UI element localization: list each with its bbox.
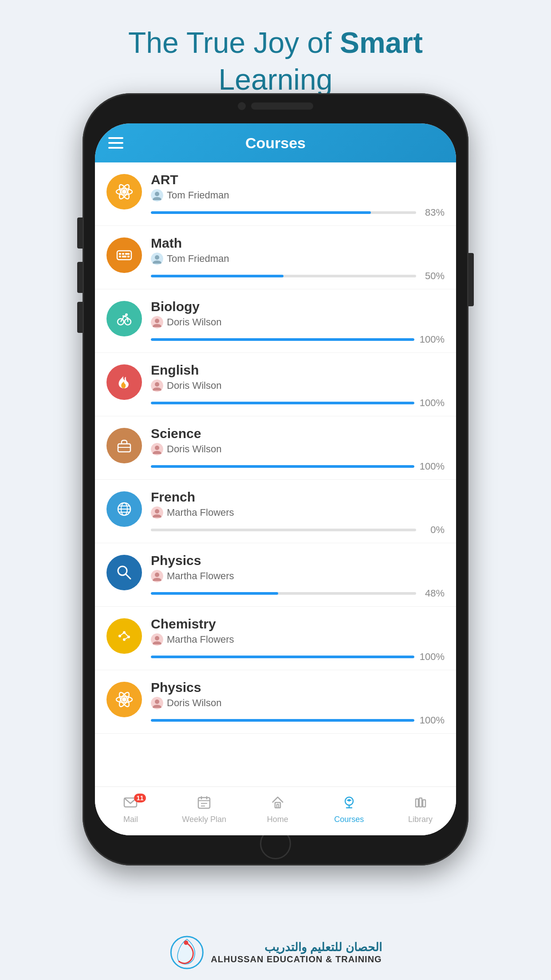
nav-icon bbox=[342, 795, 356, 813]
course-icon bbox=[106, 555, 142, 590]
teacher-name: Tom Friedman bbox=[167, 253, 229, 265]
nav-icon bbox=[413, 795, 428, 813]
svg-point-5 bbox=[155, 192, 159, 196]
progress-bar-fill bbox=[151, 656, 414, 658]
course-info: Physics Martha Flowers 48% bbox=[151, 553, 445, 599]
course-icon bbox=[106, 174, 142, 209]
course-teacher: Martha Flowers bbox=[151, 633, 445, 646]
svg-point-69 bbox=[184, 940, 188, 945]
progress-percent: 48% bbox=[421, 588, 445, 599]
teacher-name: Doris Wilson bbox=[167, 697, 221, 709]
svg-rect-7 bbox=[119, 253, 121, 255]
course-icon bbox=[106, 237, 142, 273]
svg-point-33 bbox=[155, 509, 159, 514]
svg-rect-65 bbox=[416, 799, 418, 807]
svg-rect-9 bbox=[125, 253, 127, 255]
teacher-avatar bbox=[151, 189, 163, 202]
progress-bar-bg bbox=[151, 402, 414, 404]
teacher-name: Doris Wilson bbox=[167, 443, 221, 455]
svg-line-42 bbox=[120, 632, 124, 636]
teacher-avatar bbox=[151, 316, 163, 328]
progress-bar-fill bbox=[151, 465, 414, 468]
course-item[interactable]: Biology Doris Wilson 100% bbox=[95, 289, 456, 353]
svg-point-52 bbox=[155, 699, 159, 704]
course-info: Biology Doris Wilson 100% bbox=[151, 299, 445, 345]
teacher-avatar bbox=[151, 506, 163, 519]
course-item[interactable]: ART Tom Friedman 83% bbox=[95, 162, 456, 226]
course-item[interactable]: Chemistry Martha Flowers 100% bbox=[95, 607, 456, 670]
front-camera bbox=[238, 102, 246, 110]
progress-percent: 100% bbox=[420, 461, 445, 472]
nav-label: Weekly Plan bbox=[182, 815, 226, 824]
app-header: Courses bbox=[95, 123, 456, 162]
course-name: Biology bbox=[151, 299, 445, 314]
nav-item-home[interactable]: Home bbox=[258, 795, 298, 824]
page-headline: The True Joy of Smart Learning bbox=[35, 24, 516, 98]
progress-bar-fill bbox=[151, 592, 278, 595]
course-name: Chemistry bbox=[151, 616, 445, 632]
course-item[interactable]: Science Doris Wilson 100% bbox=[95, 416, 456, 480]
app-title: Courses bbox=[132, 134, 419, 152]
teacher-avatar bbox=[151, 633, 163, 646]
course-info: French Martha Flowers 0% bbox=[151, 490, 445, 536]
course-item[interactable]: Math Tom Friedman 50% bbox=[95, 226, 456, 289]
svg-rect-8 bbox=[122, 253, 124, 255]
teacher-name: Tom Friedman bbox=[167, 190, 229, 201]
nav-label: Home bbox=[267, 815, 288, 824]
course-info: ART Tom Friedman 83% bbox=[151, 172, 445, 218]
nav-item-mail[interactable]: 11 Mail bbox=[110, 795, 150, 824]
course-teacher: Doris Wilson bbox=[151, 316, 445, 328]
course-list: ART Tom Friedman 83% Math Tom Friedman bbox=[95, 162, 456, 786]
teacher-name: Martha Flowers bbox=[167, 634, 234, 645]
nav-item-weekly-plan[interactable]: Weekly Plan bbox=[182, 795, 226, 824]
nav-icon bbox=[197, 795, 211, 813]
nav-icon bbox=[271, 795, 285, 813]
bottom-nav: 11 Mail Weekly Plan Home Courses Library bbox=[95, 786, 456, 835]
svg-point-15 bbox=[155, 255, 159, 260]
course-icon bbox=[106, 618, 142, 654]
course-info: Physics Doris Wilson 100% bbox=[151, 680, 445, 726]
course-item[interactable]: Physics Doris Wilson 100% bbox=[95, 670, 456, 734]
progress-row: 50% bbox=[151, 270, 445, 282]
course-name: French bbox=[151, 490, 445, 505]
svg-rect-6 bbox=[117, 251, 131, 260]
progress-percent: 100% bbox=[420, 651, 445, 663]
progress-percent: 100% bbox=[420, 715, 445, 726]
svg-point-37 bbox=[155, 573, 159, 577]
progress-bar-bg bbox=[151, 529, 416, 531]
svg-rect-12 bbox=[127, 253, 130, 255]
course-item[interactable]: English Doris Wilson 100% bbox=[95, 353, 456, 416]
course-info: Math Tom Friedman 50% bbox=[151, 236, 445, 282]
course-item[interactable]: Physics Martha Flowers 48% bbox=[95, 543, 456, 607]
brand-logo bbox=[169, 935, 205, 970]
course-name: Physics bbox=[151, 553, 445, 568]
progress-bar-fill bbox=[151, 719, 414, 722]
course-name: Science bbox=[151, 426, 445, 441]
teacher-avatar bbox=[151, 570, 163, 582]
nav-item-courses[interactable]: Courses bbox=[329, 795, 369, 824]
headline-bold: Smart bbox=[340, 26, 423, 59]
svg-rect-13 bbox=[127, 256, 130, 257]
progress-bar-bg bbox=[151, 275, 416, 277]
svg-rect-11 bbox=[122, 256, 126, 257]
brand-arabic: الحصان للتعليم والتدريب bbox=[211, 940, 382, 954]
menu-button[interactable] bbox=[108, 137, 123, 149]
course-info: Science Doris Wilson 100% bbox=[151, 426, 445, 472]
progress-row: 100% bbox=[151, 651, 445, 663]
course-item[interactable]: French Martha Flowers 0% bbox=[95, 480, 456, 543]
course-teacher: Doris Wilson bbox=[151, 697, 445, 709]
course-name: ART bbox=[151, 172, 445, 187]
power-button bbox=[468, 253, 474, 306]
phone-frame: Courses ART Tom Friedman 83% Math bbox=[83, 93, 468, 865]
course-name: English bbox=[151, 363, 445, 378]
svg-point-22 bbox=[155, 382, 159, 387]
progress-bar-bg bbox=[151, 719, 414, 722]
speaker-grille bbox=[251, 103, 313, 110]
headline-second: Learning bbox=[219, 63, 333, 96]
teacher-name: Martha Flowers bbox=[167, 507, 234, 518]
svg-line-43 bbox=[124, 632, 129, 637]
nav-item-library[interactable]: Library bbox=[401, 795, 441, 824]
brand-text: الحصان للتعليم والتدريب ALHUSSAN EDUCATI… bbox=[211, 940, 382, 964]
svg-rect-10 bbox=[119, 256, 121, 257]
course-icon bbox=[106, 301, 142, 336]
